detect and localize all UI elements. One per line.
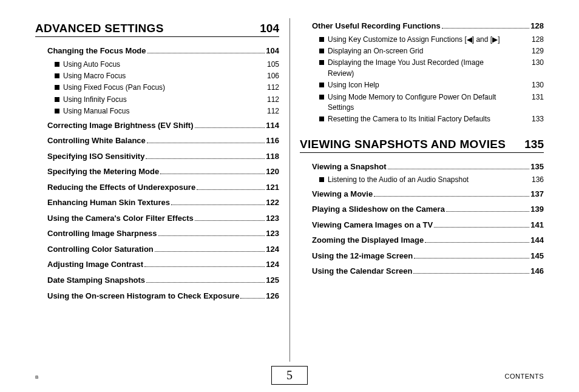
- toc-section: Specifying ISO Sensitivity118: [47, 151, 279, 162]
- subitem-page: 105: [267, 59, 279, 70]
- leader-dots: [146, 282, 265, 283]
- toc-subitem: Using Icon Help130: [319, 79, 544, 91]
- section-page: 118: [266, 151, 279, 162]
- square-bullet-icon: [319, 83, 324, 87]
- page-footer: B 5 CONTENTS: [0, 363, 579, 387]
- section-label: Using the Calendar Screen: [312, 266, 412, 277]
- leader-dots: [158, 235, 265, 236]
- square-bullet-icon: [55, 62, 59, 67]
- subitem-page: 136: [532, 175, 544, 185]
- section-page: 120: [266, 166, 279, 177]
- square-bullet-icon: [319, 37, 324, 42]
- toc-section: Viewing a Snapshot135: [312, 161, 544, 172]
- section-page: 135: [530, 161, 544, 172]
- section-page: 141: [530, 220, 544, 231]
- leader-dots: [195, 127, 265, 128]
- subitem-page: 130: [532, 80, 544, 90]
- section-label: Specifying ISO Sensitivity: [47, 151, 144, 162]
- chapter-heading: VIEWING SNAPSHOTS AND MOVIES135: [300, 138, 544, 153]
- square-bullet-icon: [319, 95, 324, 100]
- toc-section: Using the Camera's Color Filter Effects1…: [47, 213, 279, 224]
- section-label: Playing a Slideshow on the Camera: [312, 204, 445, 215]
- section-label: Viewing Camera Images on a TV: [312, 220, 433, 231]
- toc-section: Enhancing Human Skin Textures122: [47, 197, 279, 208]
- subitem-page: 131: [532, 92, 544, 103]
- subitem-label: Using Manual Focus: [63, 106, 129, 117]
- section-label: Using the 12-image Screen: [312, 251, 413, 262]
- leader-dots: [146, 158, 265, 159]
- leader-dots: [425, 242, 529, 243]
- toc-section: Controlling Color Saturation124: [47, 244, 279, 255]
- toc-section: Controlling Image Sharpness123: [47, 228, 279, 239]
- leader-dots: [171, 204, 265, 205]
- section-label: Other Useful Recording Functions: [312, 21, 441, 32]
- subitem-label: Using Infinity Focus: [63, 95, 127, 105]
- toc-section: Controlling White Balance116: [47, 135, 279, 146]
- toc-section: Viewing Camera Images on a TV141: [312, 220, 544, 231]
- subitem-page: 130: [532, 58, 544, 68]
- subitem-label: Listening to the Audio of an Audio Snaps…: [328, 175, 469, 185]
- square-bullet-icon: [55, 73, 59, 78]
- toc-section: Adjusting Image Contrast124: [47, 259, 279, 270]
- toc-subitem: Using Fixed Focus (Pan Focus)112: [55, 82, 279, 93]
- toc-section: Reducing the Effects of Underexposure121: [47, 182, 279, 193]
- section-label: Date Stamping Snapshots: [47, 275, 145, 286]
- subitem-page: 112: [267, 106, 279, 117]
- left-column: ADVANCED SETTINGS104Changing the Focus M…: [35, 18, 279, 362]
- section-page: 137: [530, 189, 544, 200]
- square-bullet-icon: [55, 85, 59, 90]
- toc-section: Date Stamping Snapshots125: [47, 275, 279, 286]
- toc-section: Changing the Focus Mode104: [47, 46, 279, 56]
- square-bullet-icon: [55, 97, 59, 102]
- subitem-page: 128: [532, 35, 544, 45]
- section-page: 146: [530, 266, 544, 277]
- leader-dots: [413, 273, 529, 274]
- subitem-label: Using Icon Help: [328, 80, 379, 90]
- toc-section: Using the On-screen Histogram to Check E…: [47, 291, 279, 302]
- section-page: 122: [266, 197, 279, 208]
- toc-subitem: Using Mode Memory to Configure Power On …: [319, 92, 544, 114]
- footer-right: CONTENTS: [505, 373, 544, 380]
- section-page: 145: [530, 251, 544, 262]
- column-separator: [290, 18, 290, 362]
- section-page: 114: [266, 120, 279, 131]
- subitem-page: 112: [267, 83, 279, 93]
- toc-section: Viewing a Movie137: [312, 189, 544, 200]
- section-label: Viewing a Movie: [312, 189, 373, 200]
- leader-dots: [155, 251, 265, 252]
- subitem-label: Using Auto Focus: [63, 59, 120, 70]
- toc-subitem: Listening to the Audio of an Audio Snaps…: [319, 174, 544, 186]
- leader-dots: [442, 28, 530, 29]
- chapter-page: 135: [524, 138, 544, 151]
- leader-dots: [195, 220, 265, 221]
- section-label: Controlling Image Sharpness: [47, 228, 157, 239]
- section-label: Enhancing Human Skin Textures: [47, 197, 170, 208]
- subitem-label: Displaying the Image You Just Recorded (…: [328, 58, 510, 79]
- toc-subitem: Displaying an On-screen Grid129: [319, 46, 544, 57]
- toc-subitem: Using Manual Focus112: [55, 106, 279, 117]
- toc-section: Using the 12-image Screen145: [312, 251, 544, 262]
- leader-dots: [446, 211, 529, 212]
- toc-page: ADVANCED SETTINGS104Changing the Focus M…: [35, 18, 544, 362]
- section-page: 124: [266, 259, 279, 270]
- section-page: 125: [266, 275, 279, 286]
- section-page: 104: [266, 46, 279, 56]
- subitem-label: Using Key Customize to Assign Functions …: [328, 35, 499, 45]
- right-column: Other Useful Recording Functions128Using…: [300, 18, 544, 362]
- toc-section: Correcting Image Brightness (EV Shift)11…: [47, 120, 279, 131]
- square-bullet-icon: [55, 109, 59, 113]
- section-page: 144: [530, 235, 544, 246]
- leader-dots: [197, 189, 265, 190]
- square-bullet-icon: [319, 60, 324, 65]
- chapter-page: 104: [260, 22, 279, 35]
- toc-subitem: Displaying the Image You Just Recorded (…: [319, 57, 544, 79]
- section-page: 126: [266, 291, 279, 302]
- toc-subitem: Using Infinity Focus112: [55, 94, 279, 106]
- leader-dots: [160, 174, 265, 174]
- subitem-label: Resetting the Camera to Its Initial Fact…: [328, 114, 490, 124]
- leader-dots: [374, 196, 529, 197]
- toc-subitem: Using Key Customize to Assign Functions …: [319, 34, 544, 46]
- subitem-page: 106: [267, 71, 279, 81]
- chapter-title: VIEWING SNAPSHOTS AND MOVIES: [300, 138, 506, 151]
- section-label: Specifying the Metering Mode: [47, 166, 159, 177]
